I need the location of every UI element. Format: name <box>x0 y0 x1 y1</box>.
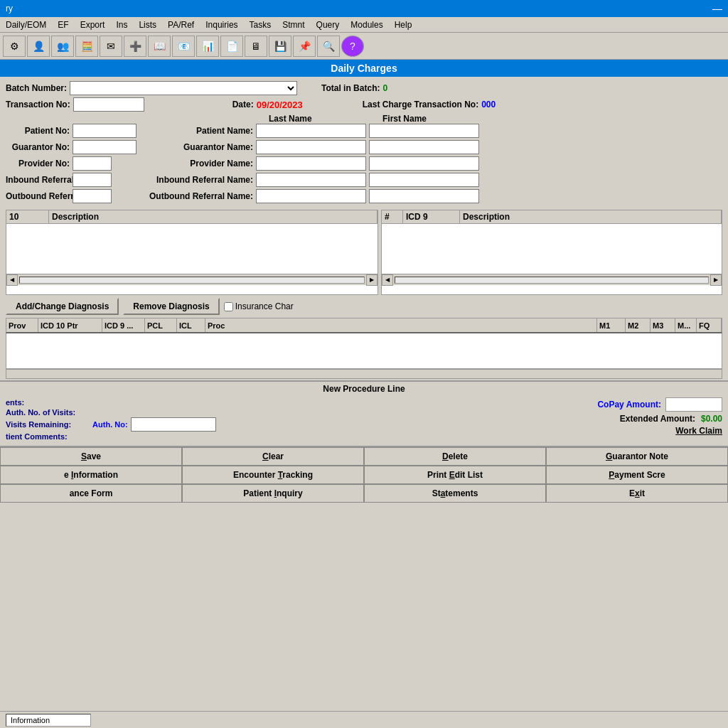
patient-last-name-input[interactable] <box>256 124 366 138</box>
scroll-right-btn[interactable]: ▶ <box>366 274 378 286</box>
insurance-form-button[interactable]: ance Form <box>0 484 182 503</box>
batch-number-label: Batch Number: <box>6 83 67 93</box>
guarantor-first-name-input[interactable] <box>369 140 479 154</box>
inbound-ref-first-input[interactable] <box>369 173 479 187</box>
user-icon[interactable]: 👥 <box>51 36 74 57</box>
first-name-header: First Name <box>382 114 496 124</box>
copay-amount-input[interactable] <box>665 397 722 412</box>
pin-icon[interactable]: 📌 <box>293 36 316 57</box>
proc-scrollbar[interactable] <box>6 369 722 379</box>
insurance-char-label: Insurance Char <box>235 301 294 311</box>
extended-amount-row: Extended Amount: $0.00 <box>620 414 722 424</box>
patient-no-input[interactable] <box>73 124 136 138</box>
guarantor-no-input[interactable] <box>73 140 136 154</box>
screen-icon[interactable]: 🖥 <box>245 36 267 57</box>
ents-label: ents: <box>6 398 24 407</box>
mail-icon[interactable]: ✉ <box>100 36 122 57</box>
total-in-batch-label: Total in Batch: <box>321 83 380 93</box>
icd10-table-header: 10 Description <box>6 210 378 224</box>
provider-first-name-input[interactable] <box>369 156 479 171</box>
proc-col-m2: M2 <box>626 318 651 332</box>
menu-item-lists[interactable]: Lists <box>136 19 159 31</box>
menu-item-stmnt[interactable]: Stmnt <box>279 19 307 31</box>
icd9-scroll-right-btn[interactable]: ▶ <box>710 274 722 286</box>
menu-item-modules[interactable]: Modules <box>348 19 385 31</box>
doc-icon[interactable]: 📄 <box>220 36 243 57</box>
menu-item-pa-ref[interactable]: PA/Ref <box>165 19 197 31</box>
encounter-tracking-button[interactable]: Encounter Tracking <box>182 466 364 484</box>
calculator-icon[interactable]: 🧮 <box>75 36 98 57</box>
menu-item-ef[interactable]: EF <box>55 19 71 31</box>
icd9-col-hash: # <box>382 210 403 223</box>
exit-button[interactable]: Exit <box>546 484 728 503</box>
add-icon[interactable]: ➕ <box>124 36 146 57</box>
outbound-ref-first-input[interactable] <box>369 189 479 203</box>
menu-item-daily-eom[interactable]: Daily/EOM <box>3 19 49 31</box>
information-button[interactable]: e Information <box>0 466 182 484</box>
provider-name-label: Provider Name: <box>114 159 253 168</box>
inbound-ref-last-input[interactable] <box>256 173 366 187</box>
transaction-no-label: Transaction No: <box>6 100 70 109</box>
envelope-icon[interactable]: 📧 <box>172 36 195 57</box>
patient-row: Patient No: Patient Name: <box>6 124 722 138</box>
search2-icon[interactable]: 🔍 <box>317 36 340 57</box>
menu-item-help[interactable]: Help <box>392 19 415 31</box>
icd10-col-num: 10 <box>6 210 49 223</box>
auth-no-input[interactable] <box>131 417 216 432</box>
last-charge-value: 000 <box>481 100 496 109</box>
statements-button[interactable]: Statements <box>364 484 546 503</box>
print-edit-list-button[interactable]: Print Edit List <box>364 466 546 484</box>
transaction-no-input[interactable] <box>73 97 144 112</box>
inbound-ref-no-input[interactable] <box>73 173 112 187</box>
menu-item-query[interactable]: Query <box>314 19 343 31</box>
delete-button[interactable]: Delete <box>364 447 546 466</box>
icd9-scrollbar[interactable]: ◀ ▶ <box>382 274 722 285</box>
proc-data-area[interactable] <box>6 333 722 369</box>
name-col-headers: Last Name First Name <box>269 114 722 124</box>
clear-button[interactable]: Clear <box>182 447 364 466</box>
provider-last-name-input[interactable] <box>256 156 366 171</box>
batch-number-select[interactable] <box>70 81 297 95</box>
icd10-scroll-area[interactable] <box>6 224 378 274</box>
chart-icon[interactable]: 📊 <box>196 36 219 57</box>
proc-col-prov: Prov <box>6 318 38 332</box>
guarantor-note-button[interactable]: Guarantor Note <box>546 447 728 466</box>
icd9-scroll-area[interactable] <box>382 224 722 274</box>
gear-icon[interactable]: ⚙ <box>3 36 26 57</box>
copay-row: CoPay Amount: <box>597 397 722 412</box>
insurance-char-checkbox[interactable] <box>224 302 233 311</box>
patient-inquiry-button[interactable]: Patient Inquiry <box>182 484 364 503</box>
help-icon[interactable]: ? <box>341 36 364 57</box>
proc-col-pcl: PCL <box>145 318 177 332</box>
add-change-diagnosis-button[interactable]: Add/Change Diagnosis <box>6 298 119 315</box>
save-icon[interactable]: 💾 <box>269 36 291 57</box>
icd9-scroll-left-btn[interactable]: ◀ <box>382 274 393 286</box>
provider-no-input[interactable] <box>73 156 112 171</box>
date-label: Date: <box>232 100 254 109</box>
menu-item-inquiries[interactable]: Inquiries <box>203 19 240 31</box>
guarantor-last-name-input[interactable] <box>256 140 366 154</box>
icd9-col-desc: Description <box>460 210 722 223</box>
menu-item-tasks[interactable]: Tasks <box>247 19 274 31</box>
extended-amount-label: Extended Amount: <box>620 414 695 424</box>
minimize-button[interactable]: — <box>712 3 722 14</box>
menu-item-ins[interactable]: Ins <box>113 19 130 31</box>
remove-diagnosis-button[interactable]: Remove Diagnosis <box>123 298 219 315</box>
book-icon[interactable]: 📖 <box>148 36 171 57</box>
extended-amount-value: $0.00 <box>701 414 722 424</box>
save-button[interactable]: Save <box>0 447 182 466</box>
outbound-ref-no-input[interactable] <box>73 189 112 203</box>
icd10-scrollbar[interactable]: ◀ ▶ <box>6 274 378 285</box>
scroll-track[interactable] <box>19 277 365 284</box>
icd9-table-header: # ICD 9 Description <box>382 210 722 224</box>
menu-item-export[interactable]: Export <box>77 19 108 31</box>
patient-first-name-input[interactable] <box>369 124 479 138</box>
payment-screen-button[interactable]: Payment Scre <box>546 466 728 484</box>
icd9-scroll-track[interactable] <box>395 277 709 284</box>
proc-col-proc: Proc <box>205 318 597 332</box>
person-icon[interactable]: 👤 <box>27 36 50 57</box>
scroll-left-btn[interactable]: ◀ <box>6 274 18 286</box>
outbound-ref-last-input[interactable] <box>256 189 366 203</box>
section-header: Daily Charges <box>0 60 728 77</box>
proc-col-icd10ptr: ICD 10 Ptr <box>38 318 102 332</box>
